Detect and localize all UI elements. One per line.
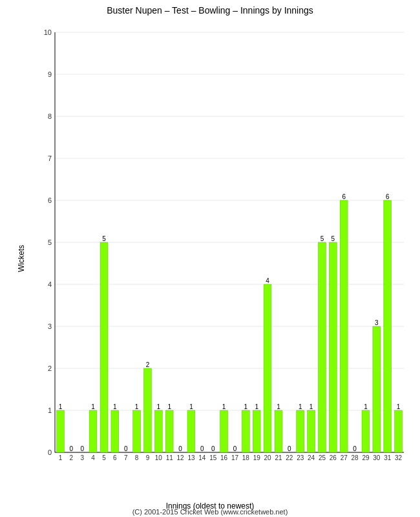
svg-text:1: 1 — [255, 403, 258, 410]
svg-text:10: 10 — [155, 454, 163, 461]
svg-rect-37 — [111, 410, 119, 452]
svg-text:1: 1 — [222, 403, 226, 410]
svg-text:8: 8 — [48, 112, 52, 120]
svg-text:6: 6 — [48, 196, 52, 204]
chart-container: Buster Nupen – Test – Bowling – Innings … — [0, 0, 420, 517]
svg-rect-88 — [319, 242, 326, 452]
svg-text:3: 3 — [48, 322, 52, 330]
svg-text:10: 10 — [44, 28, 52, 36]
svg-text:0: 0 — [353, 445, 357, 452]
svg-text:0: 0 — [288, 445, 291, 452]
svg-text:6: 6 — [342, 193, 346, 200]
svg-rect-71 — [253, 410, 260, 452]
svg-text:14: 14 — [198, 454, 206, 461]
svg-text:0: 0 — [211, 445, 215, 452]
svg-text:1: 1 — [135, 403, 139, 410]
svg-text:11: 11 — [166, 454, 174, 461]
svg-rect-91 — [329, 242, 337, 452]
svg-text:28: 28 — [352, 454, 359, 461]
svg-text:1: 1 — [157, 403, 161, 410]
svg-text:5: 5 — [320, 235, 324, 242]
svg-text:5: 5 — [102, 235, 106, 242]
svg-text:1: 1 — [59, 403, 63, 410]
y-axis-label: Wickets — [17, 245, 26, 272]
svg-text:29: 29 — [362, 454, 370, 461]
svg-text:19: 19 — [253, 454, 261, 461]
svg-text:1: 1 — [364, 403, 368, 410]
svg-rect-82 — [297, 410, 304, 452]
svg-text:1: 1 — [59, 454, 63, 461]
svg-text:1: 1 — [277, 403, 280, 410]
chart-area: 0123456789101102031455160718291101110121… — [36, 23, 410, 475]
svg-text:1: 1 — [299, 403, 302, 410]
svg-rect-99 — [362, 410, 370, 452]
svg-rect-45 — [144, 368, 152, 452]
svg-text:31: 31 — [384, 454, 392, 461]
svg-rect-24 — [57, 410, 65, 452]
svg-text:5: 5 — [48, 238, 52, 246]
svg-text:0: 0 — [200, 445, 204, 452]
svg-text:5: 5 — [331, 235, 335, 242]
svg-text:13: 13 — [187, 454, 195, 461]
svg-text:2: 2 — [70, 454, 74, 461]
svg-text:22: 22 — [286, 454, 293, 461]
svg-rect-74 — [264, 284, 271, 452]
svg-rect-77 — [275, 410, 282, 452]
svg-text:7: 7 — [48, 154, 52, 162]
svg-text:16: 16 — [220, 454, 228, 461]
svg-text:1: 1 — [244, 403, 248, 410]
svg-rect-68 — [242, 410, 249, 452]
svg-text:7: 7 — [124, 454, 128, 461]
svg-rect-94 — [340, 200, 348, 452]
svg-text:32: 32 — [395, 454, 403, 461]
svg-text:9: 9 — [48, 70, 52, 78]
svg-text:0: 0 — [233, 445, 237, 452]
chart-svg: 0123456789101102031455160718291101110121… — [36, 23, 410, 475]
copyright: (C) 2001-2015 Cricket Web (www.cricketwe… — [132, 508, 288, 516]
svg-text:5: 5 — [102, 454, 106, 461]
svg-text:6: 6 — [386, 193, 390, 200]
svg-rect-108 — [395, 410, 403, 452]
svg-text:4: 4 — [48, 280, 52, 288]
svg-text:12: 12 — [177, 454, 185, 461]
svg-rect-31 — [89, 410, 97, 452]
svg-text:21: 21 — [275, 454, 282, 461]
svg-text:2: 2 — [146, 361, 150, 368]
svg-text:30: 30 — [373, 454, 381, 461]
svg-rect-63 — [220, 410, 228, 452]
svg-text:1: 1 — [48, 406, 52, 414]
svg-text:25: 25 — [319, 454, 326, 461]
svg-rect-56 — [187, 410, 195, 452]
svg-text:0: 0 — [178, 445, 182, 452]
svg-rect-51 — [165, 410, 173, 452]
svg-text:2: 2 — [48, 364, 52, 372]
svg-rect-85 — [308, 410, 315, 452]
svg-text:0: 0 — [80, 445, 84, 452]
svg-text:1: 1 — [167, 403, 171, 410]
chart-title: Buster Nupen – Test – Bowling – Innings … — [0, 0, 420, 18]
svg-text:4: 4 — [91, 454, 95, 461]
svg-text:0: 0 — [124, 445, 128, 452]
svg-text:1: 1 — [310, 403, 313, 410]
svg-text:1: 1 — [189, 403, 193, 410]
svg-text:27: 27 — [341, 454, 348, 461]
svg-text:26: 26 — [330, 454, 337, 461]
svg-text:1: 1 — [113, 403, 117, 410]
svg-text:4: 4 — [266, 277, 269, 284]
svg-text:3: 3 — [80, 454, 84, 461]
svg-text:8: 8 — [135, 454, 139, 461]
svg-text:15: 15 — [209, 454, 217, 461]
svg-text:1: 1 — [91, 403, 95, 410]
svg-text:0: 0 — [48, 448, 52, 456]
svg-text:18: 18 — [242, 454, 250, 461]
svg-rect-34 — [100, 242, 108, 452]
svg-text:0: 0 — [70, 445, 74, 452]
svg-text:1: 1 — [397, 403, 401, 410]
svg-text:3: 3 — [375, 319, 379, 326]
svg-text:24: 24 — [308, 454, 315, 461]
svg-rect-102 — [373, 326, 381, 452]
svg-text:23: 23 — [297, 454, 304, 461]
svg-text:17: 17 — [231, 454, 239, 461]
svg-text:20: 20 — [264, 454, 272, 461]
svg-rect-42 — [133, 410, 141, 452]
